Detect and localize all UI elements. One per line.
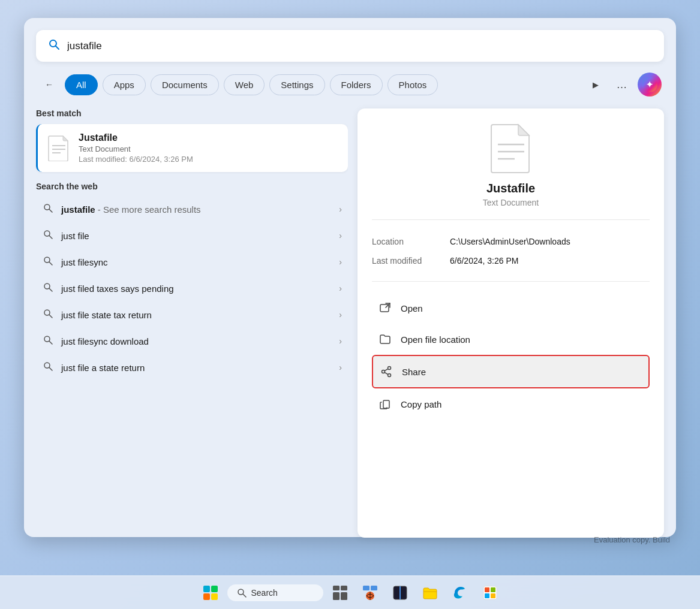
play-button[interactable]: ▶	[585, 74, 606, 95]
meta-modified-row: Last modified 6/6/2024, 3:26 PM	[372, 251, 650, 270]
web-item-arrow-3: ›	[339, 284, 342, 293]
more-button[interactable]: …	[611, 74, 633, 95]
content-area: Best match Justafile Text Document Last …	[36, 108, 664, 538]
snipping-tool-button[interactable]	[387, 580, 413, 606]
web-item-text-2: just filesync	[61, 257, 332, 267]
web-item-1[interactable]: just file ›	[36, 222, 348, 249]
web-item-arrow-2: ›	[339, 257, 342, 267]
file-explorer-button[interactable]	[417, 580, 443, 606]
web-search-icon-2	[42, 256, 54, 268]
filter-tab-all[interactable]: All	[65, 74, 98, 95]
filter-tab-documents[interactable]: Documents	[151, 74, 219, 95]
svg-line-14	[49, 288, 52, 291]
action-open-location-label: Open file location	[401, 334, 470, 345]
web-item-5[interactable]: just filesync download ›	[36, 328, 348, 354]
svg-point-28	[382, 370, 385, 373]
action-open-location[interactable]: Open file location	[372, 324, 650, 355]
edge-button[interactable]	[447, 580, 473, 606]
web-item-text-4: just file state tax return	[61, 310, 332, 320]
web-item-0[interactable]: justafile - See more search results ›	[36, 196, 348, 222]
web-item-arrow-6: ›	[339, 363, 342, 372]
svg-line-29	[384, 369, 387, 370]
svg-line-37	[243, 594, 246, 597]
action-open[interactable]: Open	[372, 293, 650, 324]
web-item-text-3: just filed taxes says pending	[61, 284, 332, 294]
modified-label: Last modified	[372, 256, 450, 266]
external-link-icon	[378, 301, 392, 315]
action-list: Open Open file location	[372, 293, 650, 523]
web-item-3[interactable]: just filed taxes says pending ›	[36, 275, 348, 302]
svg-rect-40	[333, 592, 340, 600]
svg-rect-51	[485, 593, 489, 598]
detail-panel: Justafile Text Document Location C:\User…	[357, 108, 664, 538]
svg-line-8	[49, 209, 52, 212]
action-open-label: Open	[401, 303, 423, 313]
taskbar-search-label: Search	[251, 588, 278, 598]
svg-rect-32	[203, 586, 210, 592]
web-item-text-6: just file a state return	[61, 363, 332, 373]
svg-rect-34	[203, 593, 210, 600]
search-input[interactable]: justafile	[67, 40, 652, 52]
task-view-button[interactable]	[327, 580, 353, 606]
filter-tab-web[interactable]: Web	[224, 74, 265, 95]
filter-tab-apps[interactable]: Apps	[103, 74, 146, 95]
back-button[interactable]: ←	[38, 74, 60, 95]
svg-line-30	[384, 372, 387, 374]
web-search-icon-0	[42, 203, 54, 215]
svg-rect-33	[211, 586, 218, 592]
svg-rect-35	[211, 593, 218, 600]
web-item-6[interactable]: just file a state return ›	[36, 354, 348, 381]
web-search-icon-5	[42, 335, 54, 347]
web-item-text-0: justafile - See more search results	[61, 204, 332, 215]
svg-point-27	[388, 374, 391, 377]
web-section-title: Search the web	[36, 182, 348, 191]
web-search-icon-1	[42, 230, 54, 242]
svg-rect-39	[341, 586, 347, 590]
web-item-2[interactable]: just filesync ›	[36, 249, 348, 275]
svg-line-16	[49, 315, 52, 318]
best-match-item[interactable]: Justafile Text Document Last modified: 6…	[36, 124, 348, 172]
share-icon	[379, 364, 393, 379]
file-icon-small	[47, 135, 70, 161]
action-copy-path[interactable]: Copy path	[372, 388, 650, 420]
filter-tab-settings[interactable]: Settings	[269, 74, 325, 95]
svg-line-18	[49, 341, 52, 344]
svg-rect-49	[485, 587, 489, 592]
widgets-button[interactable]	[357, 580, 383, 606]
match-date: Last modified: 6/6/2024, 3:26 PM	[79, 155, 338, 164]
svg-line-25	[386, 303, 390, 307]
web-search-icon-4	[42, 309, 54, 321]
file-metadata: Location C:\Users\AdminUser\Downloads La…	[372, 232, 650, 282]
svg-rect-41	[341, 592, 347, 600]
web-item-4[interactable]: just file state tax return ›	[36, 302, 348, 328]
svg-rect-50	[491, 587, 495, 592]
web-item-text-1: just file	[61, 231, 332, 241]
web-item-arrow-5: ›	[339, 336, 342, 346]
best-match-title: Best match	[36, 108, 348, 118]
start-button[interactable]	[197, 580, 224, 606]
location-value: C:\Users\AdminUser\Downloads	[450, 237, 570, 246]
match-type: Text Document	[79, 144, 338, 153]
web-search-icon-3	[42, 282, 54, 294]
svg-rect-31	[383, 400, 389, 408]
action-copy-path-label: Copy path	[401, 399, 441, 409]
copilot-icon[interactable]: ✦	[638, 73, 662, 97]
folder-icon	[378, 332, 392, 346]
meta-location-row: Location C:\Users\AdminUser\Downloads	[372, 232, 650, 251]
svg-point-26	[388, 367, 391, 370]
search-window: justafile ← All Apps Documents Web Setti…	[24, 18, 676, 537]
action-share[interactable]: Share	[372, 355, 650, 388]
location-label: Location	[372, 237, 450, 246]
taskbar-search[interactable]: Search	[227, 584, 323, 601]
svg-rect-52	[491, 593, 495, 598]
web-search-icon-6	[42, 361, 54, 373]
detail-subtitle: Text Document	[483, 198, 539, 207]
svg-rect-38	[333, 586, 340, 590]
filter-tab-photos[interactable]: Photos	[387, 74, 438, 95]
svg-line-1	[56, 46, 59, 50]
filter-tab-folders[interactable]: Folders	[330, 74, 383, 95]
match-name: Justafile	[79, 132, 338, 143]
eval-watermark: Evaluation copy. Build	[594, 535, 670, 544]
svg-rect-42	[363, 586, 369, 590]
store-button[interactable]	[477, 580, 503, 606]
